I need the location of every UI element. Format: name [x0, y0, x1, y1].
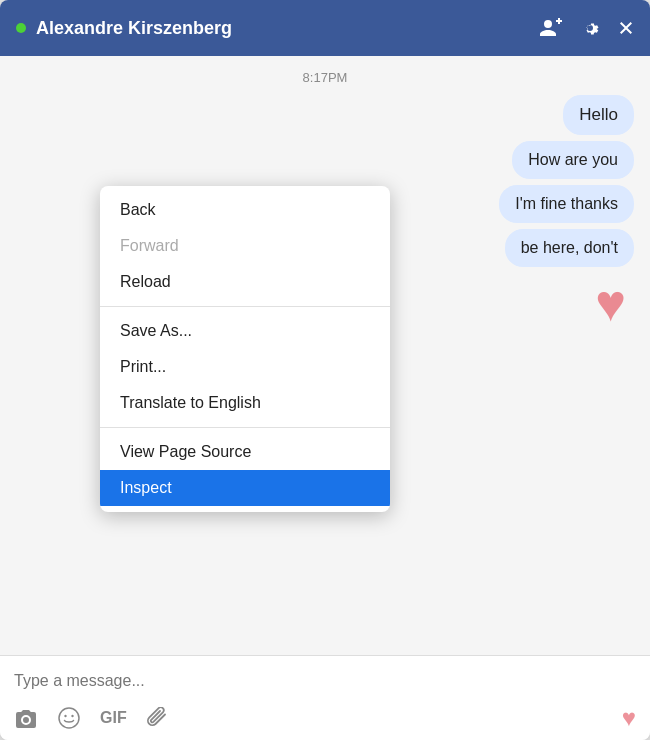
online-status-indicator — [16, 23, 26, 33]
add-friend-icon[interactable] — [540, 18, 562, 38]
context-menu-forward: Forward — [100, 228, 390, 264]
title-bar: Alexandre Kirszenberg — [0, 0, 650, 56]
svg-point-2 — [71, 715, 73, 717]
heart-send-icon[interactable]: ♥ — [622, 704, 636, 732]
chat-username: Alexandre Kirszenberg — [36, 18, 540, 39]
close-icon[interactable] — [618, 20, 634, 36]
input-icons-bar: GIF ♥ — [14, 696, 636, 732]
context-menu-save-as[interactable]: Save As... — [100, 313, 390, 349]
context-menu-section-navigation: Back Forward Reload — [100, 186, 390, 307]
context-menu-print[interactable]: Print... — [100, 349, 390, 385]
context-menu-section-file: Save As... Print... Translate to English — [100, 307, 390, 428]
context-menu: Back Forward Reload Save As... Print... … — [100, 186, 390, 512]
svg-point-0 — [59, 708, 79, 728]
gif-button[interactable]: GIF — [100, 709, 127, 727]
input-area: GIF ♥ — [0, 655, 650, 740]
message-timestamp: 8:17PM — [0, 56, 650, 95]
context-menu-view-source[interactable]: View Page Source — [100, 434, 390, 470]
context-menu-back[interactable]: Back — [100, 192, 390, 228]
message-bubble: be here, don't — [505, 229, 634, 267]
context-menu-inspect[interactable]: Inspect — [100, 470, 390, 506]
message-bubble: Hello — [563, 95, 634, 135]
message-bubble: I'm fine thanks — [499, 185, 634, 223]
svg-point-1 — [64, 715, 66, 717]
message-input[interactable] — [14, 666, 636, 696]
gear-icon[interactable] — [580, 18, 600, 38]
heart-reaction: ♥ — [595, 273, 634, 333]
message-bubble: How are you — [512, 141, 634, 179]
context-menu-reload[interactable]: Reload — [100, 264, 390, 300]
context-menu-section-dev: View Page Source Inspect — [100, 428, 390, 512]
context-menu-translate[interactable]: Translate to English — [100, 385, 390, 421]
title-bar-icons — [540, 18, 634, 38]
camera-icon[interactable] — [14, 708, 38, 728]
attachment-icon[interactable] — [147, 707, 169, 729]
chat-area: 8:17PM Hello How are you I'm fine thanks… — [0, 56, 650, 655]
emoji-icon[interactable] — [58, 707, 80, 729]
